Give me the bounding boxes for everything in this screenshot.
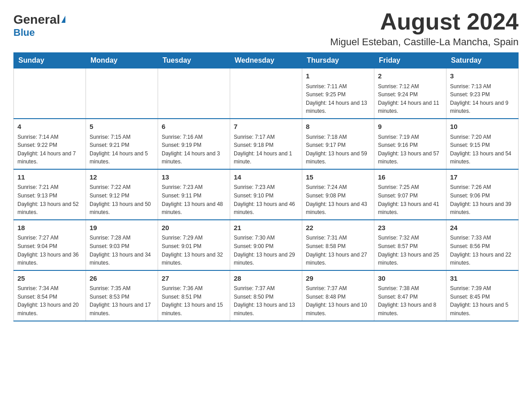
day-info: Sunrise: 7:39 AMSunset: 8:45 PMDaylight:… <box>450 284 515 317</box>
logo-blue: Blue <box>13 27 35 39</box>
day-number: 30 <box>378 274 442 284</box>
day-info: Sunrise: 7:30 AMSunset: 9:00 PMDaylight:… <box>234 234 298 267</box>
day-number: 6 <box>162 122 226 132</box>
day-cell: 4Sunrise: 7:14 AMSunset: 9:22 PMDaylight… <box>14 119 86 169</box>
header: General Blue August 2024 Miguel Esteban,… <box>13 9 519 48</box>
week-row-2: 4Sunrise: 7:14 AMSunset: 9:22 PMDaylight… <box>14 119 519 169</box>
day-number: 28 <box>234 274 298 284</box>
day-cell: 3Sunrise: 7:13 AMSunset: 9:23 PMDaylight… <box>446 68 519 119</box>
day-number: 21 <box>234 223 298 233</box>
day-cell: 24Sunrise: 7:33 AMSunset: 8:56 PMDayligh… <box>446 220 519 270</box>
day-info: Sunrise: 7:23 AMSunset: 9:10 PMDaylight:… <box>234 183 298 216</box>
day-info: Sunrise: 7:28 AMSunset: 9:03 PMDaylight:… <box>90 234 154 267</box>
location-title: Miguel Esteban, Castille-La Mancha, Spai… <box>330 36 519 48</box>
week-row-1: 1Sunrise: 7:11 AMSunset: 9:25 PMDaylight… <box>14 68 519 119</box>
week-row-5: 25Sunrise: 7:34 AMSunset: 8:54 PMDayligh… <box>14 270 519 321</box>
day-cell: 31Sunrise: 7:39 AMSunset: 8:45 PMDayligh… <box>446 270 519 321</box>
logo: General Blue <box>13 9 65 39</box>
column-header-tuesday: Tuesday <box>158 53 230 68</box>
column-header-monday: Monday <box>86 53 158 68</box>
column-header-saturday: Saturday <box>446 53 519 68</box>
column-header-thursday: Thursday <box>302 53 374 68</box>
day-info: Sunrise: 7:37 AMSunset: 8:50 PMDaylight:… <box>234 284 298 317</box>
day-cell: 29Sunrise: 7:37 AMSunset: 8:48 PMDayligh… <box>302 270 374 321</box>
day-info: Sunrise: 7:36 AMSunset: 8:51 PMDaylight:… <box>162 284 226 317</box>
day-number: 10 <box>450 122 515 132</box>
day-number: 1 <box>306 71 370 81</box>
day-info: Sunrise: 7:25 AMSunset: 9:07 PMDaylight:… <box>378 183 442 216</box>
day-number: 4 <box>17 122 82 132</box>
day-cell <box>14 68 86 119</box>
day-number: 14 <box>234 172 298 183</box>
day-info: Sunrise: 7:12 AMSunset: 9:24 PMDaylight:… <box>378 82 442 116</box>
day-info: Sunrise: 7:16 AMSunset: 9:19 PMDaylight:… <box>162 133 226 166</box>
day-cell: 18Sunrise: 7:27 AMSunset: 9:04 PMDayligh… <box>14 220 86 270</box>
day-cell: 15Sunrise: 7:24 AMSunset: 9:08 PMDayligh… <box>302 169 374 220</box>
day-number: 26 <box>90 274 154 284</box>
day-cell: 5Sunrise: 7:15 AMSunset: 9:21 PMDaylight… <box>86 119 158 169</box>
day-number: 25 <box>17 274 82 284</box>
title-area: August 2024 Miguel Esteban, Castille-La … <box>330 9 519 48</box>
day-info: Sunrise: 7:15 AMSunset: 9:21 PMDaylight:… <box>90 133 154 166</box>
day-cell: 9Sunrise: 7:19 AMSunset: 9:16 PMDaylight… <box>374 119 446 169</box>
day-cell: 21Sunrise: 7:30 AMSunset: 9:00 PMDayligh… <box>230 220 302 270</box>
day-cell: 25Sunrise: 7:34 AMSunset: 8:54 PMDayligh… <box>14 270 86 321</box>
day-info: Sunrise: 7:38 AMSunset: 8:47 PMDaylight:… <box>378 284 442 317</box>
day-number: 5 <box>90 122 154 132</box>
week-row-3: 11Sunrise: 7:21 AMSunset: 9:13 PMDayligh… <box>14 169 519 220</box>
day-cell: 22Sunrise: 7:31 AMSunset: 8:58 PMDayligh… <box>302 220 374 270</box>
day-number: 8 <box>306 122 370 132</box>
day-cell: 6Sunrise: 7:16 AMSunset: 9:19 PMDaylight… <box>158 119 230 169</box>
day-number: 16 <box>378 172 442 183</box>
logo-general: General <box>13 13 60 26</box>
day-number: 29 <box>306 274 370 284</box>
day-cell: 1Sunrise: 7:11 AMSunset: 9:25 PMDaylight… <box>302 68 374 119</box>
day-number: 17 <box>450 172 515 183</box>
header-row: SundayMondayTuesdayWednesdayThursdayFrid… <box>14 53 519 68</box>
logo-triangle-icon <box>61 16 65 23</box>
day-cell: 23Sunrise: 7:32 AMSunset: 8:57 PMDayligh… <box>374 220 446 270</box>
day-info: Sunrise: 7:17 AMSunset: 9:18 PMDaylight:… <box>234 133 298 166</box>
day-cell: 2Sunrise: 7:12 AMSunset: 9:24 PMDaylight… <box>374 68 446 119</box>
day-cell <box>86 68 158 119</box>
day-number: 13 <box>162 172 226 183</box>
day-number: 11 <box>17 172 82 183</box>
day-info: Sunrise: 7:33 AMSunset: 8:56 PMDaylight:… <box>450 234 515 267</box>
day-cell: 8Sunrise: 7:18 AMSunset: 9:17 PMDaylight… <box>302 119 374 169</box>
day-cell: 17Sunrise: 7:26 AMSunset: 9:06 PMDayligh… <box>446 169 519 220</box>
week-row-4: 18Sunrise: 7:27 AMSunset: 9:04 PMDayligh… <box>14 220 519 270</box>
day-info: Sunrise: 7:35 AMSunset: 8:53 PMDaylight:… <box>90 284 154 317</box>
day-number: 19 <box>90 223 154 233</box>
day-info: Sunrise: 7:34 AMSunset: 8:54 PMDaylight:… <box>17 284 82 317</box>
day-info: Sunrise: 7:19 AMSunset: 9:16 PMDaylight:… <box>378 133 442 166</box>
column-header-friday: Friday <box>374 53 446 68</box>
day-cell: 13Sunrise: 7:23 AMSunset: 9:11 PMDayligh… <box>158 169 230 220</box>
day-number: 15 <box>306 172 370 183</box>
day-info: Sunrise: 7:20 AMSunset: 9:15 PMDaylight:… <box>450 133 515 166</box>
day-info: Sunrise: 7:18 AMSunset: 9:17 PMDaylight:… <box>306 133 370 166</box>
calendar-table: SundayMondayTuesdayWednesdayThursdayFrid… <box>13 52 519 321</box>
day-info: Sunrise: 7:37 AMSunset: 8:48 PMDaylight:… <box>306 284 370 317</box>
day-number: 27 <box>162 274 226 284</box>
day-info: Sunrise: 7:31 AMSunset: 8:58 PMDaylight:… <box>306 234 370 267</box>
day-info: Sunrise: 7:22 AMSunset: 9:12 PMDaylight:… <box>90 183 154 216</box>
day-info: Sunrise: 7:14 AMSunset: 9:22 PMDaylight:… <box>17 133 82 166</box>
day-info: Sunrise: 7:13 AMSunset: 9:23 PMDaylight:… <box>450 82 515 116</box>
day-info: Sunrise: 7:26 AMSunset: 9:06 PMDaylight:… <box>450 183 515 216</box>
day-cell: 10Sunrise: 7:20 AMSunset: 9:15 PMDayligh… <box>446 119 519 169</box>
day-number: 3 <box>450 71 515 81</box>
day-cell: 14Sunrise: 7:23 AMSunset: 9:10 PMDayligh… <box>230 169 302 220</box>
day-cell: 28Sunrise: 7:37 AMSunset: 8:50 PMDayligh… <box>230 270 302 321</box>
day-number: 22 <box>306 223 370 233</box>
day-info: Sunrise: 7:11 AMSunset: 9:25 PMDaylight:… <box>306 82 370 116</box>
day-number: 9 <box>378 122 442 132</box>
day-cell: 16Sunrise: 7:25 AMSunset: 9:07 PMDayligh… <box>374 169 446 220</box>
day-cell <box>158 68 230 119</box>
day-info: Sunrise: 7:32 AMSunset: 8:57 PMDaylight:… <box>378 234 442 267</box>
day-info: Sunrise: 7:24 AMSunset: 9:08 PMDaylight:… <box>306 183 370 216</box>
day-cell: 19Sunrise: 7:28 AMSunset: 9:03 PMDayligh… <box>86 220 158 270</box>
month-title: August 2024 <box>330 9 519 34</box>
day-number: 18 <box>17 223 82 233</box>
column-header-wednesday: Wednesday <box>230 53 302 68</box>
column-header-sunday: Sunday <box>14 53 86 68</box>
